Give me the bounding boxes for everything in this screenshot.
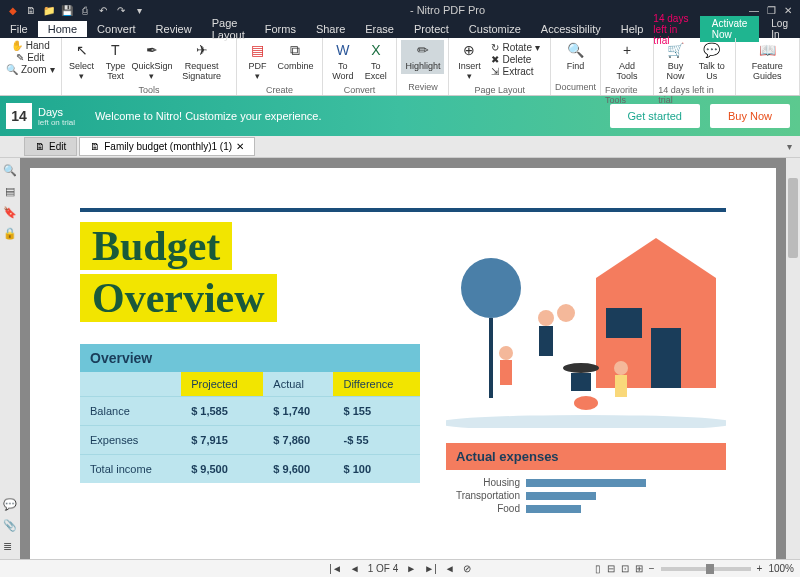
tab-accessibility[interactable]: Accessibility	[531, 21, 611, 37]
undo-icon[interactable]: ↶	[96, 5, 110, 16]
days-count: 14	[6, 103, 32, 129]
tab-overflow-icon[interactable]: ▾	[787, 141, 792, 152]
find-button[interactable]: 🔍Find	[559, 40, 591, 74]
combine-button[interactable]: ⧉Combine	[273, 40, 317, 84]
view-facing-icon[interactable]: ⊡	[621, 563, 629, 574]
ribbon-view-tools: ✋Hand ✎Edit 🔍Zoom ▾	[0, 38, 62, 95]
first-page-icon[interactable]: |◄	[327, 563, 344, 574]
prev-page-icon[interactable]: ◄	[348, 563, 362, 574]
nav-back-icon[interactable]: ◄	[443, 563, 457, 574]
ribbon-group-convert: WTo Word XTo Excel Convert	[323, 38, 398, 95]
tab-home[interactable]: Home	[38, 21, 87, 37]
highlight-button[interactable]: ✏Highlight	[401, 40, 444, 74]
days-label: Days left on trial	[38, 106, 75, 127]
highlight-icon: ✏	[414, 42, 432, 60]
top-rule	[80, 208, 726, 212]
tab-forms[interactable]: Forms	[255, 21, 306, 37]
print-icon[interactable]: ⎙	[78, 5, 92, 16]
buy-now-button[interactable]: 🛒Buy Now	[658, 40, 693, 84]
edit-tab[interactable]: 🗎 Edit	[24, 137, 77, 156]
document-tab[interactable]: 🗎 Family budget (monthly)1 (1) ✕	[79, 137, 255, 156]
type-text-button[interactable]: TType Text	[98, 40, 134, 84]
rail-lock-icon[interactable]: 🔒	[3, 227, 17, 240]
redo-icon[interactable]: ↷	[114, 5, 128, 16]
zoom-value[interactable]: 100%	[768, 563, 794, 574]
col-actual: Actual	[263, 372, 333, 397]
tab-help[interactable]: Help	[611, 21, 654, 37]
open-icon[interactable]: 📁	[42, 5, 56, 16]
svg-rect-3	[606, 308, 642, 338]
svg-rect-2	[651, 328, 681, 388]
svg-rect-13	[615, 375, 627, 397]
tab-review[interactable]: Review	[146, 21, 202, 37]
tab-file[interactable]: File	[0, 21, 38, 37]
zoom-in-icon[interactable]: +	[757, 563, 763, 574]
to-excel-button[interactable]: XTo Excel	[359, 40, 392, 84]
nitro-icon[interactable]: ◆	[6, 5, 20, 16]
buy-now-banner-button[interactable]: Buy Now	[710, 104, 790, 128]
feature-guides-button[interactable]: 📖Feature Guides	[740, 40, 795, 84]
left-rail: 🔍 ▤ 🔖 🔒 💬 📎 ≣	[0, 158, 20, 559]
next-page-icon[interactable]: ►	[404, 563, 418, 574]
rail-layers-icon[interactable]: ≣	[3, 540, 17, 553]
to-word-button[interactable]: WTo Word	[327, 40, 360, 84]
document-area[interactable]: Budget Overview Overview Projected Actua…	[20, 158, 786, 559]
tab-share[interactable]: Share	[306, 21, 355, 37]
maximize-icon[interactable]: ❐	[767, 5, 776, 16]
rail-pages-icon[interactable]: ▤	[5, 185, 15, 198]
svg-rect-16	[571, 373, 591, 391]
tab-convert[interactable]: Convert	[87, 21, 146, 37]
zoom-out-icon[interactable]: −	[649, 563, 655, 574]
zoom-icon: 🔍	[6, 64, 18, 75]
insert-button[interactable]: ⊕Insert▾	[453, 40, 485, 84]
zoom-slider[interactable]	[661, 567, 751, 571]
exp-row: Food	[446, 502, 726, 515]
plus-icon: +	[618, 42, 636, 60]
add-tools-button[interactable]: +Add Tools	[605, 40, 649, 84]
scroll-thumb[interactable]	[788, 178, 798, 258]
get-started-button[interactable]: Get started	[610, 104, 700, 128]
close-tab-icon[interactable]: ✕	[236, 141, 244, 152]
tab-erase[interactable]: Erase	[355, 21, 404, 37]
save-icon[interactable]: 💾	[60, 5, 74, 16]
pdf-button[interactable]: ▤PDF▾	[241, 40, 273, 84]
group-label: Document	[555, 81, 596, 93]
close-icon[interactable]: ✕	[784, 5, 792, 16]
delete-button[interactable]: ✖ Delete	[491, 54, 539, 65]
tab-customize[interactable]: Customize	[459, 21, 531, 37]
rail-comment-icon[interactable]: 💬	[3, 498, 17, 511]
hand-tool[interactable]: ✋Hand	[11, 40, 50, 51]
view-fit-icon[interactable]: ⊞	[635, 563, 643, 574]
page-indicator[interactable]: 1 OF 4	[366, 563, 401, 574]
select-button[interactable]: ↖Select▾	[66, 40, 98, 84]
svg-rect-11	[500, 360, 512, 385]
zoom-tool[interactable]: 🔍Zoom ▾	[6, 64, 55, 75]
minimize-icon[interactable]: —	[749, 5, 759, 16]
quicksign-button[interactable]: ✒QuickSign▾	[133, 40, 171, 84]
new-icon[interactable]: 🗎	[24, 5, 38, 16]
col-projected: Projected	[181, 372, 263, 397]
rail-search-icon[interactable]: 🔍	[3, 164, 17, 177]
nav-fwd-icon[interactable]: ⊘	[461, 563, 473, 574]
view-continuous-icon[interactable]: ⊟	[607, 563, 615, 574]
group-label: Review	[408, 81, 438, 93]
extract-button[interactable]: ⇲ Extract	[491, 66, 539, 77]
view-single-icon[interactable]: ▯	[595, 563, 601, 574]
rail-bookmark-icon[interactable]: 🔖	[3, 206, 17, 219]
overview-table: Overview Projected Actual Difference Bal…	[80, 344, 420, 483]
slider-knob[interactable]	[706, 564, 714, 574]
exp-row: Transportation	[446, 489, 726, 502]
rotate-button[interactable]: ↻ Rotate ▾	[491, 42, 539, 53]
last-page-icon[interactable]: ►|	[422, 563, 439, 574]
tab-protect[interactable]: Protect	[404, 21, 459, 37]
vertical-scrollbar[interactable]	[786, 158, 800, 559]
svg-point-4	[461, 258, 521, 318]
rail-attach-icon[interactable]: 📎	[3, 519, 17, 532]
ribbon-group-tools: ↖Select▾ TType Text ✒QuickSign▾ ✈Request…	[62, 38, 238, 95]
window-controls: — ❐ ✕	[749, 5, 800, 16]
qat-dropdown-icon[interactable]: ▾	[132, 5, 146, 16]
svg-rect-7	[539, 326, 553, 356]
edit-tool[interactable]: ✎Edit	[16, 52, 44, 63]
request-signature-button[interactable]: ✈Request Signature	[171, 40, 233, 84]
talk-to-us-button[interactable]: 💬Talk to Us	[693, 40, 731, 84]
